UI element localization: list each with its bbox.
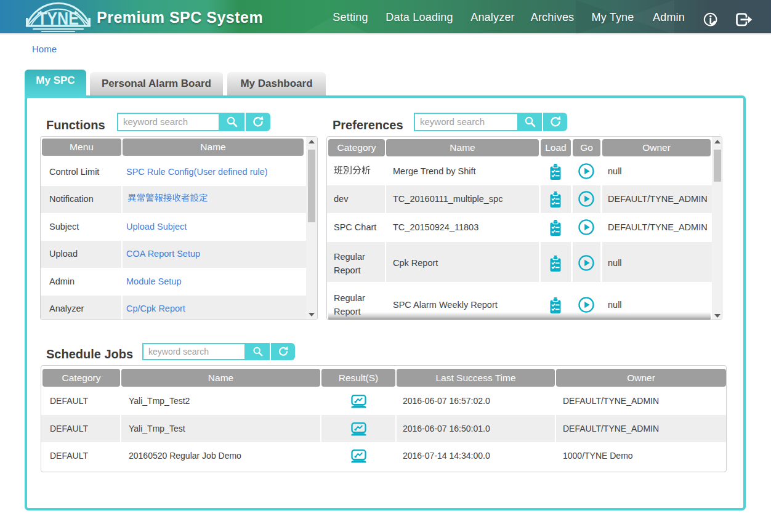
svg-text:TYNE: TYNE xyxy=(38,9,79,28)
